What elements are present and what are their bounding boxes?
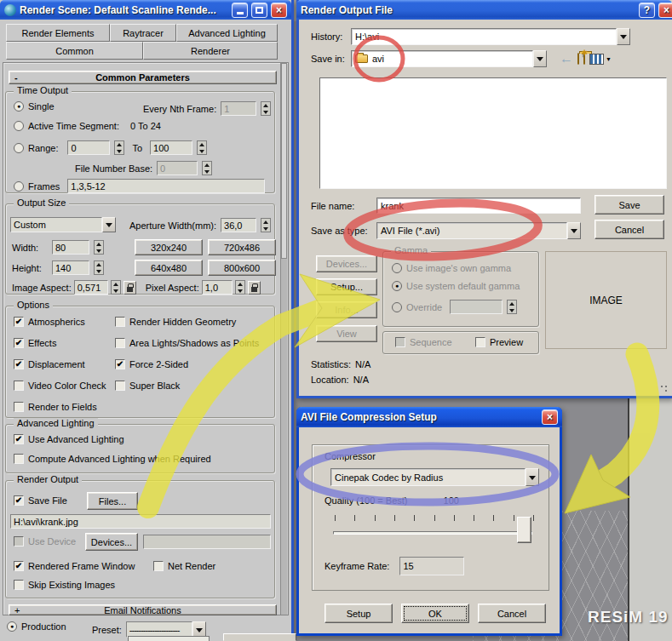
view-menu-icon[interactable]: ▼ (589, 54, 612, 65)
use-device-checkbox[interactable] (14, 536, 24, 547)
close-button[interactable]: × (658, 3, 672, 18)
every-nth-field[interactable]: 1 (221, 101, 256, 116)
gamma-own-radio[interactable] (392, 263, 402, 273)
devices-button[interactable]: Devices... (85, 533, 138, 551)
pixel-aspect-field[interactable]: 1,0 (202, 280, 233, 295)
compute-advanced-lighting-checkbox[interactable] (14, 454, 24, 464)
rollout-common-parameters[interactable]: - Common Parameters (9, 71, 277, 84)
preset-800x600-button[interactable]: 800x600 (208, 260, 276, 276)
image-aspect-field[interactable]: 0,571 (74, 280, 108, 295)
tab-render-elements[interactable]: Render Elements (6, 24, 110, 42)
save-in-dropdown[interactable]: avi (351, 50, 547, 67)
info-button[interactable]: Info... (316, 301, 377, 318)
help-button[interactable]: ? (639, 3, 655, 18)
width-field[interactable]: 80 (52, 240, 89, 255)
skip-existing-checkbox[interactable] (14, 580, 24, 590)
setup-button[interactable]: Setup... (316, 278, 377, 295)
gamma-override-radio[interactable] (392, 302, 402, 312)
file-number-base-field[interactable]: 0 (157, 161, 198, 175)
preset-320x240-button[interactable]: 320x240 (135, 239, 203, 255)
render-hidden-geometry-checkbox[interactable] (115, 317, 125, 327)
aperture-field[interactable]: 36,0 (221, 218, 256, 232)
tab-common[interactable]: Common (6, 42, 143, 60)
back-icon[interactable]: ← (560, 51, 573, 66)
dropdown-arrow-icon[interactable] (526, 468, 539, 486)
up-one-level-icon[interactable]: ↑ (577, 54, 579, 64)
rendered-frame-window-checkbox[interactable]: ✔ (14, 561, 24, 571)
use-advanced-lighting-checkbox[interactable]: ✔ (14, 434, 24, 444)
gamma-override-spinner[interactable] (507, 300, 517, 314)
video-color-check-checkbox[interactable] (14, 381, 24, 391)
render-scene-titlebar[interactable]: Render Scene: Default Scanline Rende... … (0, 0, 291, 20)
new-folder-icon[interactable]: ✱ (583, 54, 585, 64)
sequence-checkbox[interactable] (395, 337, 405, 347)
tab-renderer[interactable]: Renderer (143, 42, 278, 60)
image-aspect-spinner[interactable] (111, 280, 121, 295)
avi-titlebar[interactable]: AVI File Compression Setup × (296, 407, 562, 427)
area-lights-checkbox[interactable] (115, 338, 125, 348)
collapse-icon[interactable]: - (14, 72, 18, 83)
super-black-checkbox[interactable] (115, 381, 125, 391)
minimize-button[interactable] (232, 3, 248, 18)
aperture-spinner[interactable] (261, 218, 271, 232)
file-number-base-spinner[interactable] (202, 161, 212, 175)
single-radio[interactable]: ● (14, 101, 24, 112)
save-as-type-dropdown[interactable]: AVI File (*.avi) (376, 222, 581, 239)
close-button[interactable]: × (542, 409, 558, 425)
range-from-spinner[interactable] (114, 140, 124, 155)
width-spinner[interactable] (94, 240, 104, 255)
file-name-field[interactable]: krank (376, 197, 581, 214)
output-file-titlebar[interactable]: Render Output File ? × (296, 0, 672, 20)
dropdown-arrow-icon[interactable] (102, 217, 116, 232)
height-field[interactable]: 140 (52, 260, 89, 275)
files-button[interactable]: Files... (87, 492, 138, 510)
maximize-button[interactable] (251, 3, 267, 18)
active-segment-radio[interactable] (14, 121, 24, 131)
pixel-aspect-lock-icon[interactable] (248, 281, 261, 295)
preview-checkbox[interactable] (475, 337, 485, 347)
save-file-checkbox[interactable]: ✔ (14, 495, 24, 506)
save-button[interactable]: Save (594, 195, 664, 215)
atmospherics-checkbox[interactable]: ✔ (14, 317, 24, 327)
tab-raytracer[interactable]: Raytracer (110, 24, 176, 42)
output-path-field[interactable]: H:\avi\krank.jpg (10, 514, 271, 529)
close-button[interactable]: × (271, 3, 287, 18)
keyframe-rate-field[interactable]: 15 (399, 557, 464, 575)
preset-640x480-button[interactable]: 640x480 (135, 260, 203, 276)
compressor-dropdown[interactable]: Cinepak Codec by Radius (330, 468, 539, 486)
range-from-field[interactable]: 0 (67, 140, 110, 155)
every-nth-spinner[interactable] (261, 101, 271, 116)
resize-grip[interactable] (660, 385, 669, 393)
panel-scrollbar[interactable] (280, 63, 287, 615)
height-spinner[interactable] (94, 260, 104, 275)
preset-720x486-button[interactable]: 720x486 (208, 239, 276, 255)
production-radio[interactable]: ● (7, 621, 17, 632)
setup-button[interactable]: Setup (325, 604, 393, 623)
dropdown-arrow-icon[interactable] (533, 50, 547, 67)
expand-icon[interactable]: + (14, 605, 20, 615)
quality-slider-track[interactable] (333, 531, 532, 535)
gamma-system-radio[interactable]: ● (392, 281, 402, 291)
ok-button[interactable]: OK (401, 604, 469, 623)
file-list[interactable] (319, 77, 667, 189)
frames-field[interactable]: 1,3,5-12 (67, 179, 265, 193)
scrollbar-thumb[interactable] (281, 63, 287, 259)
range-to-field[interactable]: 100 (150, 140, 192, 155)
effects-checkbox[interactable]: ✔ (14, 338, 24, 348)
net-render-checkbox[interactable] (153, 561, 164, 571)
range-radio[interactable] (14, 143, 24, 153)
dropdown-arrow-icon[interactable] (567, 222, 581, 239)
range-to-spinner[interactable] (197, 140, 207, 155)
devices-button[interactable]: Devices... (316, 255, 377, 272)
quality-slider-handle[interactable] (517, 517, 531, 543)
render-to-fields-checkbox[interactable] (14, 402, 24, 412)
force-2-sided-checkbox[interactable]: ✔ (115, 359, 125, 369)
dropdown-arrow-icon[interactable] (617, 28, 630, 45)
pixel-aspect-spinner[interactable] (235, 280, 245, 295)
gamma-override-field[interactable] (450, 300, 503, 314)
cancel-button[interactable]: Cancel (478, 604, 546, 623)
device-field[interactable] (143, 535, 271, 549)
displacement-checkbox[interactable]: ✔ (14, 359, 24, 369)
view-button[interactable]: View (316, 325, 377, 342)
image-aspect-lock-icon[interactable] (123, 281, 136, 295)
